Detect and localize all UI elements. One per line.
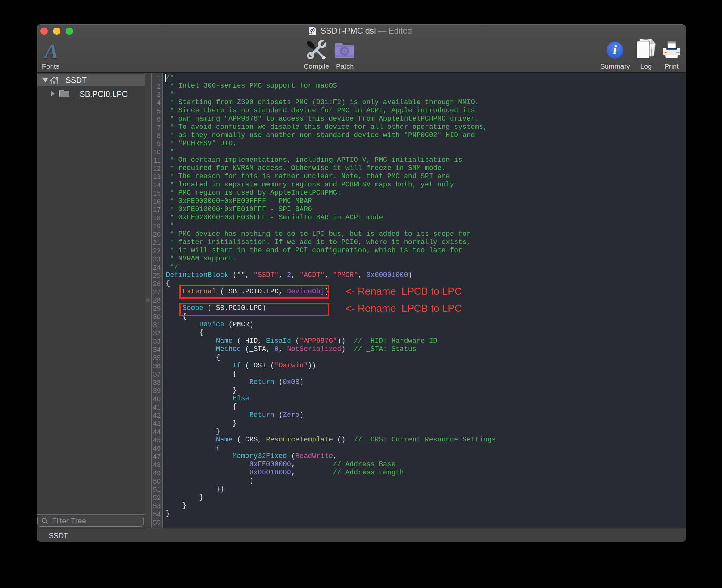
- svg-text:DSL: DSL: [310, 33, 313, 35]
